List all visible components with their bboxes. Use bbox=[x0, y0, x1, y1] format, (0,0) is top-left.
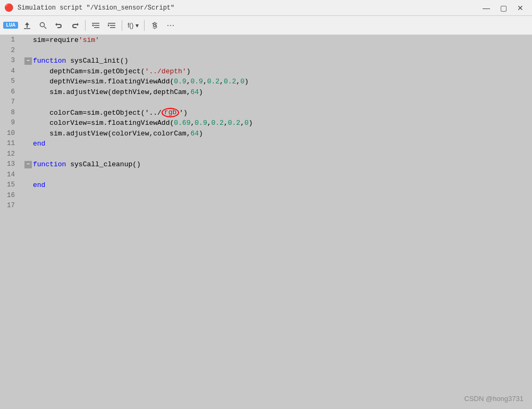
code-line: sim.adjustView(depthView,depthCam,64) bbox=[24, 87, 532, 98]
more-button[interactable] bbox=[164, 19, 178, 32]
code-token: sim.adjustView(depthView,depthCam, bbox=[33, 87, 190, 98]
svg-rect-5 bbox=[94, 27, 99, 28]
svg-point-1 bbox=[40, 22, 45, 27]
code-token: 64 bbox=[190, 87, 199, 98]
window-controls: — ▢ ✕ bbox=[479, 2, 528, 14]
func-menu-button[interactable]: f() ▾ bbox=[125, 19, 141, 32]
minimize-button[interactable]: — bbox=[479, 2, 494, 14]
code-token: '../depth' bbox=[145, 66, 187, 77]
window-title: Simulation script "/Vision_sensor/Script… bbox=[18, 4, 174, 12]
line-number: 12 bbox=[2, 149, 18, 160]
code-line: −function sysCall_init() bbox=[24, 56, 532, 66]
code-token: ) bbox=[244, 76, 249, 87]
indent-button[interactable] bbox=[89, 19, 103, 32]
line-number: 7 bbox=[2, 97, 18, 108]
code-line bbox=[24, 170, 532, 181]
code-token: sim.adjustView(colorView,colorCam, bbox=[33, 129, 190, 139]
highlighted-string: rgb bbox=[162, 108, 179, 117]
code-line bbox=[24, 149, 532, 160]
code-token: sim=require bbox=[33, 35, 79, 46]
svg-rect-4 bbox=[94, 25, 99, 26]
code-token: 0 bbox=[244, 118, 249, 129]
code-line: end bbox=[24, 139, 532, 149]
maximize-button[interactable]: ▢ bbox=[496, 2, 511, 14]
line-numbers: 1234567891011121314151617 bbox=[0, 35, 22, 409]
code-token: 0.2 bbox=[224, 76, 236, 87]
code-token: colorCam=sim.getObject('../ bbox=[33, 108, 162, 118]
line-number: 16 bbox=[2, 191, 18, 201]
code-token: 0.2 bbox=[212, 118, 224, 129]
line-number: 6 bbox=[2, 87, 18, 98]
code-line bbox=[24, 191, 532, 201]
upload-button[interactable] bbox=[20, 19, 34, 32]
code-line bbox=[24, 46, 532, 56]
code-line: sim.adjustView(colorView,colorCam,64) bbox=[24, 129, 532, 139]
code-token: , bbox=[224, 118, 228, 129]
code-token: , bbox=[236, 76, 240, 87]
svg-rect-8 bbox=[110, 27, 115, 28]
code-token: end bbox=[33, 180, 45, 191]
code-token: 0.9 bbox=[195, 118, 207, 129]
svg-line-2 bbox=[44, 27, 46, 29]
code-token: 0.2 bbox=[207, 76, 219, 87]
code-token: function bbox=[33, 159, 66, 170]
line-number: 9 bbox=[2, 118, 18, 129]
code-token: depthCam=sim.getObject( bbox=[33, 66, 145, 77]
code-line: sim=require'sim' bbox=[24, 35, 532, 46]
svg-rect-3 bbox=[92, 23, 99, 24]
app-icon: 🔴 bbox=[4, 3, 13, 12]
watermark: CSDN @hong3731 bbox=[465, 395, 523, 403]
code-token: 64 bbox=[190, 129, 199, 139]
undo-button[interactable] bbox=[52, 19, 66, 32]
code-token: 0.9 bbox=[190, 76, 202, 87]
redo-button[interactable] bbox=[68, 19, 82, 32]
code-line bbox=[24, 201, 532, 211]
line-number: 2 bbox=[2, 46, 18, 56]
line-number: 3 bbox=[2, 56, 18, 66]
code-token: , bbox=[187, 76, 191, 87]
code-line bbox=[24, 97, 532, 108]
code-line: depthView=sim.floatingViewAdd(0.9,0.9,0.… bbox=[24, 76, 532, 87]
line-number: 17 bbox=[2, 201, 18, 211]
line-number: 15 bbox=[2, 180, 18, 191]
line-number: 11 bbox=[2, 139, 18, 149]
code-token: function bbox=[33, 56, 66, 66]
svg-rect-0 bbox=[24, 28, 30, 29]
svg-rect-7 bbox=[110, 25, 115, 26]
code-token: ) bbox=[199, 87, 203, 98]
code-line: colorView=sim.floatingViewAdd(0.69,0.9,0… bbox=[24, 118, 532, 129]
toolbar-sep-1 bbox=[85, 20, 86, 31]
code-token: , bbox=[219, 76, 224, 87]
search-button[interactable] bbox=[36, 19, 50, 32]
code-token: sysCall_init() bbox=[66, 56, 128, 66]
code-token: ) bbox=[249, 118, 253, 129]
line-number: 5 bbox=[2, 76, 18, 87]
code-token: 'sim' bbox=[79, 35, 99, 46]
code-line: colorCam=sim.getObject('../rgb') bbox=[24, 108, 532, 118]
code-token: 0 bbox=[240, 76, 244, 87]
close-button[interactable]: ✕ bbox=[513, 2, 528, 14]
lua-badge: LUA bbox=[3, 22, 18, 29]
settings-button[interactable] bbox=[148, 19, 162, 32]
fold-button[interactable]: − bbox=[24, 57, 32, 65]
toolbar: LUA bbox=[0, 16, 532, 35]
line-number: 10 bbox=[2, 129, 18, 139]
svg-rect-6 bbox=[108, 23, 115, 24]
code-token: end bbox=[33, 139, 45, 149]
code-line: −function sysCall_cleanup() bbox=[24, 159, 532, 170]
code-token: , bbox=[203, 76, 207, 87]
code-token: ') bbox=[179, 108, 188, 118]
editor: 1234567891011121314151617 sim=require'si… bbox=[0, 35, 532, 409]
fold-button[interactable]: − bbox=[24, 161, 32, 168]
code-area[interactable]: sim=require'sim'−function sysCall_init()… bbox=[22, 35, 532, 409]
code-token: , bbox=[190, 118, 195, 129]
code-token: 0.69 bbox=[174, 118, 190, 129]
code-token: ) bbox=[199, 129, 203, 139]
code-line: depthCam=sim.getObject('../depth') bbox=[24, 66, 532, 77]
outdent-button[interactable] bbox=[105, 19, 119, 32]
line-number: 1 bbox=[2, 35, 18, 46]
code-token: sysCall_cleanup() bbox=[66, 159, 140, 170]
line-number: 14 bbox=[2, 170, 18, 181]
line-number: 13 bbox=[2, 159, 18, 170]
toolbar-sep-2 bbox=[122, 20, 122, 31]
